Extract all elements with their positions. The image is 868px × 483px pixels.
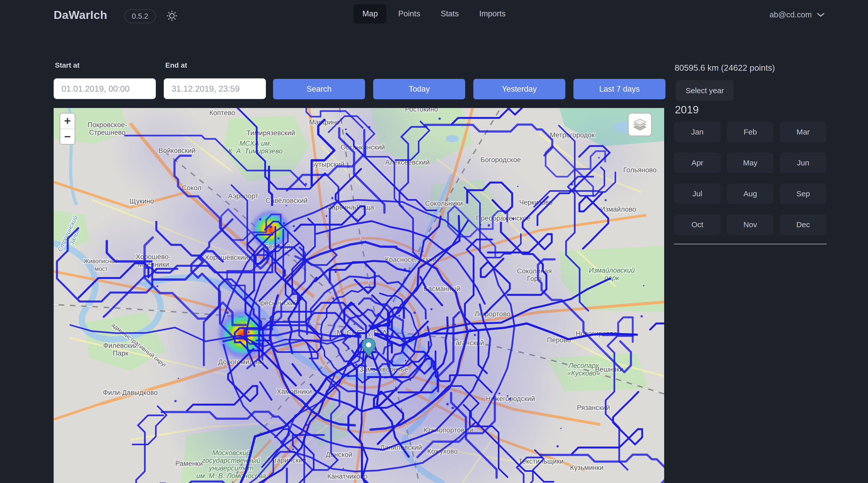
gps-point: [480, 224, 481, 225]
yesterday-button[interactable]: Yesterday: [473, 79, 565, 99]
gps-point: [395, 364, 397, 366]
gps-point: [641, 315, 643, 317]
gps-point: [499, 393, 500, 394]
account-menu[interactable]: ab@cd.com: [769, 10, 825, 20]
map-label: Донской: [326, 451, 352, 458]
gps-point: [571, 183, 573, 186]
gps-point: [226, 312, 228, 314]
gps-point: [282, 222, 285, 224]
version-badge: 0.5.2: [124, 9, 156, 23]
layers-control[interactable]: [628, 113, 652, 136]
map-label: Перово: [547, 336, 571, 344]
month-button-jun[interactable]: Jun: [780, 153, 826, 173]
start-at-input[interactable]: [54, 78, 156, 99]
main-nav-tabs: MapPointsStatsImports: [354, 4, 515, 24]
map-label: Преображенское: [476, 215, 531, 222]
gps-point: [244, 339, 246, 341]
app-logo: DaWarIch: [54, 8, 107, 22]
start-at-label: Start at: [55, 61, 80, 69]
month-button-dec[interactable]: Dec: [780, 215, 826, 235]
gps-point: [201, 253, 203, 255]
gps-point: [391, 360, 393, 362]
month-button-nov[interactable]: Nov: [727, 215, 774, 235]
zoom-control: + −: [60, 113, 75, 145]
top-navbar: DaWarIch 0.5.2 MapPointsStatsImports ab@…: [0, 0, 868, 33]
gps-point: [277, 237, 280, 240]
tab-stats[interactable]: Stats: [432, 4, 467, 24]
gps-point: [413, 312, 415, 314]
gps-point: [271, 329, 272, 331]
map-label: Коптево: [209, 109, 235, 117]
gps-point: [174, 400, 177, 402]
gps-point: [422, 251, 424, 252]
month-button-jul[interactable]: Jul: [674, 184, 721, 204]
gps-point: [343, 468, 344, 469]
map-label: Марьина Роща: [326, 203, 374, 211]
month-button-sep[interactable]: Sep: [780, 184, 826, 204]
month-button-aug[interactable]: Aug: [727, 184, 774, 204]
map-label: Хорошёвский: [205, 254, 248, 261]
gps-point: [286, 205, 287, 206]
map-label: Измайлово: [600, 205, 636, 213]
map-label: Сокольники: [425, 200, 463, 207]
search-button[interactable]: Search: [273, 79, 365, 99]
zoom-in-button[interactable]: +: [60, 114, 74, 129]
gps-point: [643, 285, 644, 286]
map-label: Фили-Давыдково: [103, 389, 158, 396]
map-label: Ростокино: [405, 108, 438, 113]
map-label: Лефортово: [475, 310, 510, 318]
gps-point: [469, 328, 471, 330]
gps-point: [157, 285, 158, 287]
month-button-may[interactable]: May: [727, 153, 774, 173]
gps-point: [438, 118, 441, 120]
map-label: Покровское-Стрешнево: [88, 121, 127, 136]
filter-buttons: SearchTodayYesterdayLast 7 days: [273, 79, 665, 99]
gps-point: [355, 363, 358, 366]
gps-point: [155, 268, 157, 270]
tab-map[interactable]: Map: [354, 4, 386, 24]
gps-point: [326, 215, 328, 217]
gps-point: [488, 224, 490, 227]
month-button-apr[interactable]: Apr: [674, 153, 721, 173]
theme-toggle-button[interactable]: [165, 9, 179, 23]
month-button-oct[interactable]: Oct: [674, 215, 721, 235]
today-button[interactable]: Today: [373, 79, 465, 99]
gps-point: [455, 324, 456, 325]
map-tiles: Покровское-СтрешневоКоптевоВойковскийТим…: [54, 108, 664, 483]
end-at-input[interactable]: [164, 78, 266, 99]
map-label: Раменки: [175, 460, 203, 468]
end-at-label: End at: [165, 61, 187, 69]
gps-point: [368, 324, 371, 327]
tab-imports[interactable]: Imports: [470, 4, 514, 24]
gps-point: [345, 129, 347, 130]
select-year-button[interactable]: Select year: [676, 80, 734, 101]
month-grid: JanFebMarAprMayJunJulAugSepOctNovDec: [674, 122, 826, 235]
gps-point: [409, 379, 411, 381]
month-button-feb[interactable]: Feb: [727, 122, 774, 142]
gps-point: [517, 186, 518, 187]
map-canvas[interactable]: Покровское-СтрешневоКоптевоВойковскийТим…: [54, 108, 664, 483]
gps-point: [271, 232, 272, 233]
gps-point: [270, 226, 272, 228]
map-label: Кузьминки: [570, 464, 603, 472]
sun-icon: [166, 10, 178, 22]
gps-point: [404, 268, 406, 270]
gps-point: [446, 403, 449, 406]
last-7-days-button[interactable]: Last 7 days: [574, 79, 665, 99]
gps-point: [305, 183, 307, 185]
gps-point: [512, 218, 514, 220]
gps-point: [178, 378, 179, 379]
month-button-jan[interactable]: Jan: [674, 122, 721, 142]
gps-point: [507, 395, 508, 397]
gps-point: [248, 331, 250, 333]
layers-icon: [633, 118, 647, 132]
gps-point: [509, 398, 512, 400]
zoom-out-button[interactable]: −: [60, 129, 74, 144]
gps-point: [368, 127, 369, 128]
gps-point: [305, 423, 308, 426]
map-label: Тимирязевский: [247, 129, 295, 137]
tab-points[interactable]: Points: [390, 4, 429, 24]
sidebar-divider: [674, 244, 827, 244]
month-button-mar[interactable]: Mar: [780, 122, 826, 142]
gps-point: [353, 323, 355, 325]
